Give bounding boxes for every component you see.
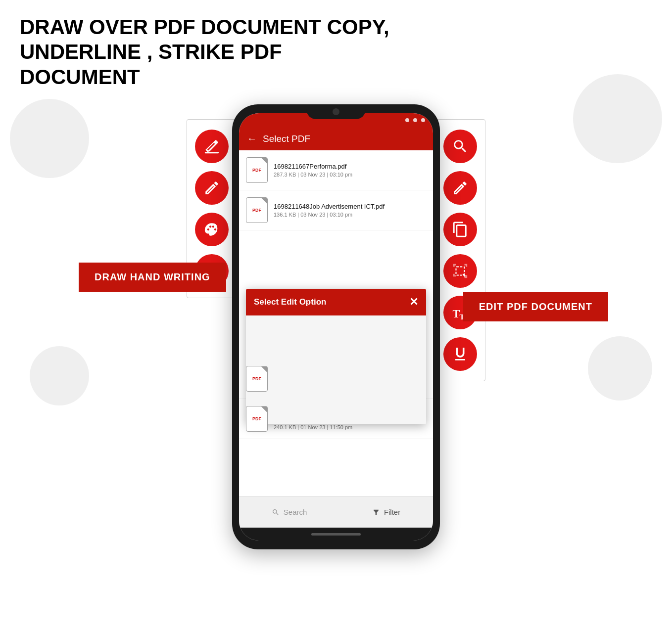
eraser-icon[interactable] bbox=[195, 130, 229, 163]
home-indicator bbox=[311, 533, 361, 536]
phone-camera bbox=[333, 108, 339, 115]
filter-area[interactable]: Filter bbox=[372, 508, 400, 516]
pdf-name: 1698211667Performa.pdf bbox=[274, 163, 426, 170]
app-header: ← Select PDF bbox=[239, 127, 433, 150]
back-button[interactable]: ← bbox=[247, 133, 257, 144]
copy-icon[interactable] bbox=[443, 213, 477, 246]
pdf-icon: PDF bbox=[246, 366, 268, 392]
page-title: DRAW OVER PDF DOCUMENT COPY, UNDERLINE ,… bbox=[0, 0, 426, 99]
pdf-icon: PDF bbox=[246, 406, 268, 432]
filter-label[interactable]: Filter bbox=[384, 508, 400, 516]
selection-icon[interactable] bbox=[443, 254, 477, 288]
edit-pdf-button[interactable]: EDIT PDF DOCUMENT bbox=[463, 292, 608, 321]
pdf-meta: 240.1 KB | 01 Nov 23 | 11:50 pm bbox=[274, 424, 426, 430]
phone-screen: ← Select PDF PDF 1698211667Performa.pdf bbox=[239, 113, 433, 540]
palette-icon[interactable] bbox=[195, 213, 229, 246]
phone-container: ← Select PDF PDF 1698211667Performa.pdf bbox=[232, 104, 440, 549]
modal-title: Select Edit Option bbox=[254, 297, 326, 307]
pdf-list: PDF 1698211667Performa.pdf 287.3 KB | 03… bbox=[239, 150, 433, 496]
search-label[interactable]: Search bbox=[284, 508, 307, 516]
svg-text:T: T bbox=[452, 308, 460, 320]
list-item[interactable]: PDF 1698211667Performa.pdf 287.3 KB | 03… bbox=[239, 150, 433, 190]
pencil-edit-icon[interactable] bbox=[443, 171, 477, 205]
phone-frame: ← Select PDF PDF 1698211667Performa.pdf bbox=[232, 104, 440, 549]
modal-close-button[interactable]: ✕ bbox=[409, 296, 418, 309]
pencil-icon[interactable] bbox=[195, 171, 229, 205]
bottom-bar: Search Filter bbox=[239, 496, 433, 528]
pdf-meta: 287.3 KB | 03 Nov 23 | 03:10 pm bbox=[274, 172, 426, 178]
modal-dialog: Select Edit Option ✕ bbox=[246, 289, 426, 424]
search-icon[interactable] bbox=[443, 130, 477, 163]
modal-header: Select Edit Option ✕ bbox=[246, 289, 426, 315]
pdf-info: 1698211667Performa.pdf 287.3 KB | 03 Nov… bbox=[274, 163, 426, 178]
home-bar bbox=[239, 528, 433, 540]
pdf-icon: PDF bbox=[246, 157, 268, 183]
pdf-icon: PDF bbox=[246, 197, 268, 223]
pdf-info: 1698211648Job Advertisement ICT.pdf 136.… bbox=[274, 203, 426, 218]
underline-icon[interactable] bbox=[443, 337, 477, 371]
draw-handwriting-button[interactable]: DRAW HAND WRITING bbox=[79, 263, 226, 292]
phone-notch bbox=[306, 104, 366, 119]
pdf-meta: 136.1 KB | 03 Nov 23 | 03:10 pm bbox=[274, 212, 426, 218]
svg-rect-0 bbox=[205, 152, 219, 154]
app-header-title: Select PDF bbox=[263, 134, 310, 144]
right-icon-panel: T T bbox=[435, 119, 485, 381]
search-area[interactable]: Search bbox=[272, 508, 307, 516]
pdf-name: 1698211648Job Advertisement ICT.pdf bbox=[274, 203, 426, 210]
list-item[interactable]: PDF 1698211648Job Advertisement ICT.pdf … bbox=[239, 190, 433, 230]
modal-body bbox=[246, 315, 426, 424]
